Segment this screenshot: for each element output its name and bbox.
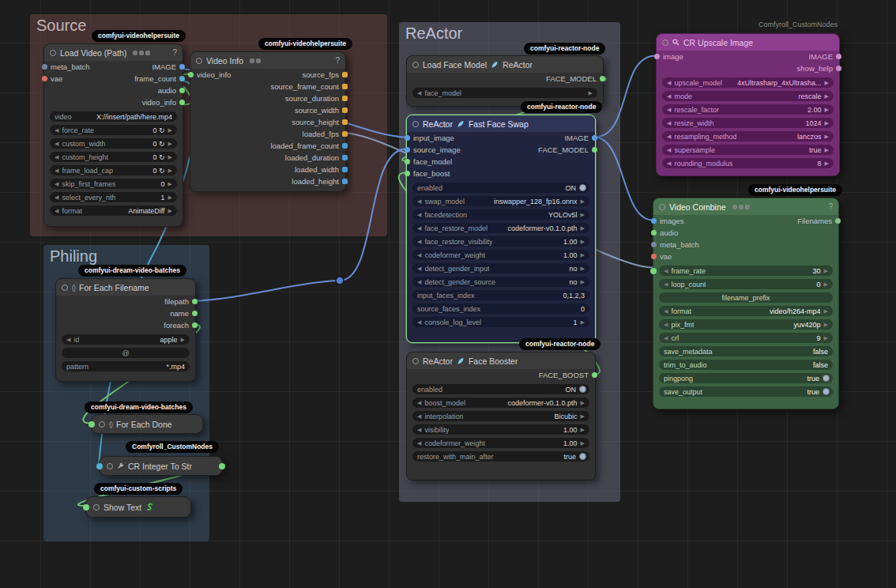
decrement-arrow[interactable]: ◀ xyxy=(667,93,671,100)
slot-source-image-dot[interactable] xyxy=(405,147,410,153)
increment-arrow[interactable]: ▶ xyxy=(581,239,585,245)
increment-arrow[interactable]: ▶ xyxy=(581,266,585,272)
node-header[interactable]: Load Video (Path) ? xyxy=(44,44,183,61)
decrement-arrow[interactable]: ◀ xyxy=(417,90,421,96)
slot-loaded-frame-count-dot[interactable] xyxy=(342,143,348,149)
increment-arrow[interactable]: ▶ xyxy=(825,134,829,140)
slot-loaded-height-dot[interactable] xyxy=(342,179,348,184)
widget-detect-gender-input[interactable]: ◀detect_gender_inputno▶ xyxy=(412,263,589,273)
widget-face-restore-visibility[interactable]: ◀face_restore_visibility1.00▶ xyxy=(412,236,589,247)
node-video-combine[interactable]: Video Combine ? images Filenames audio m… xyxy=(653,198,839,409)
increment-arrow[interactable]: ▶ xyxy=(825,93,829,100)
decrement-arrow[interactable]: ◀ xyxy=(664,268,668,274)
widget-custom-width[interactable]: ◀custom_width0 ↻▶ xyxy=(50,138,177,149)
slot-frame-rate-in-dot[interactable] xyxy=(650,268,657,274)
widget-input-faces-index[interactable]: input_faces_index0,1,2,3 xyxy=(412,290,589,300)
increment-arrow[interactable]: ▶ xyxy=(824,335,828,341)
widget-id[interactable]: ◀idapple▶ xyxy=(62,334,190,345)
increment-arrow[interactable]: ▶ xyxy=(581,212,585,218)
decrement-arrow[interactable]: ◀ xyxy=(66,337,70,343)
widget-enabled[interactable]: enabledON xyxy=(412,183,589,193)
widget-pingpong[interactable]: pingpongtrue xyxy=(659,373,833,383)
decrement-arrow[interactable]: ◀ xyxy=(55,194,58,201)
decrement-arrow[interactable]: ◀ xyxy=(55,141,58,147)
decrement-arrow[interactable]: ◀ xyxy=(417,239,421,245)
toggle-dot[interactable] xyxy=(579,453,586,460)
decrement-arrow[interactable]: ◀ xyxy=(417,279,421,285)
collapsed-input-dot[interactable] xyxy=(88,421,95,428)
decrement-arrow[interactable]: ◀ xyxy=(417,212,421,218)
help-icon[interactable]: ? xyxy=(172,48,177,57)
node-for-each-done[interactable]: () For Each Done xyxy=(91,414,203,434)
decrement-arrow[interactable]: ◀ xyxy=(55,208,58,214)
node-header[interactable]: ReActor Fast Face Swap xyxy=(407,115,595,132)
widget-crf[interactable]: ◀crf9▶ xyxy=(659,333,833,343)
node-header[interactable]: Video Info ? xyxy=(190,52,345,69)
decrement-arrow[interactable]: ◀ xyxy=(417,427,421,433)
decrement-arrow[interactable]: ◀ xyxy=(417,440,421,447)
widget-skip-first-frames[interactable]: ◀skip_first_frames0▶ xyxy=(50,179,177,189)
slot-image-dot[interactable] xyxy=(179,64,185,70)
node-load-video[interactable]: Load Video (Path) ? meta_batch IMAGE vae… xyxy=(43,43,183,227)
decrement-arrow[interactable]: ◀ xyxy=(417,413,421,420)
node-header[interactable]: ReActor Face Booster xyxy=(407,352,595,369)
node-show-text[interactable]: Show Text xyxy=(85,496,191,518)
slot-face-boost-in-dot[interactable] xyxy=(405,171,410,176)
increment-arrow[interactable]: ▶ xyxy=(824,322,828,328)
widget-console-log-level[interactable]: ◀console_log_level1▶ xyxy=(412,317,589,327)
increment-arrow[interactable]: ▶ xyxy=(581,440,585,447)
slot-loaded-fps-dot[interactable] xyxy=(342,131,348,137)
slot-vae-dot[interactable] xyxy=(651,254,657,259)
widget-pattern[interactable]: pattern*.mp4 xyxy=(62,361,190,371)
collapsed-input-dot[interactable] xyxy=(83,504,89,511)
decrement-arrow[interactable]: ◀ xyxy=(55,154,58,160)
decrement-arrow[interactable]: ◀ xyxy=(667,160,671,167)
increment-arrow[interactable]: ▶ xyxy=(825,147,829,153)
increment-arrow[interactable]: ▶ xyxy=(581,413,585,420)
increment-arrow[interactable]: ▶ xyxy=(824,281,828,288)
increment-arrow[interactable]: ▶ xyxy=(168,154,172,160)
slot-image-out-dot[interactable] xyxy=(836,54,841,59)
widget-at[interactable]: @ xyxy=(62,348,190,358)
collapsed-input-dot[interactable] xyxy=(96,463,103,469)
widget-upscale-model[interactable]: ◀upscale_model4xUltrasharp_4xUltrasha...… xyxy=(662,77,834,88)
slot-face-model-in-dot[interactable] xyxy=(405,159,410,164)
increment-arrow[interactable]: ▶ xyxy=(168,168,172,174)
decrement-arrow[interactable]: ◀ xyxy=(417,266,421,272)
widget-swap-model[interactable]: ◀swap_modelinswapper_128_fp16.onnx▶ xyxy=(412,196,589,206)
slot-face-model-out-dot[interactable] xyxy=(592,147,597,153)
widget-face-model[interactable]: ◀face_model▶ xyxy=(412,88,597,98)
collapse-toggle-icon[interactable] xyxy=(62,285,68,291)
collapse-toggle-icon[interactable] xyxy=(412,121,419,127)
increment-arrow[interactable]: ▶ xyxy=(168,141,172,147)
collapse-toggle-icon[interactable] xyxy=(107,463,113,469)
increment-arrow[interactable]: ▶ xyxy=(581,198,585,205)
widget-format[interactable]: ◀formatvideo/h264-mp4▶ xyxy=(659,306,833,316)
increment-arrow[interactable]: ▶ xyxy=(168,127,172,134)
decrement-arrow[interactable]: ◀ xyxy=(667,80,671,86)
slot-foreach-dot[interactable] xyxy=(192,322,198,328)
widget-codeformer-weight[interactable]: ◀codeformer_weight1.00▶ xyxy=(412,438,589,448)
increment-arrow[interactable]: ▶ xyxy=(824,308,828,315)
slot-input-image-dot[interactable] xyxy=(405,135,410,141)
widget-trim-to-audio[interactable]: trim_to_audiofalse xyxy=(659,360,833,370)
slot-images-dot[interactable] xyxy=(651,218,657,224)
decrement-arrow[interactable]: ◀ xyxy=(417,225,421,232)
increment-arrow[interactable]: ▶ xyxy=(825,120,829,126)
collapse-toggle-icon[interactable] xyxy=(659,204,665,210)
increment-arrow[interactable]: ▶ xyxy=(581,225,585,232)
increment-arrow[interactable]: ▶ xyxy=(825,107,829,113)
widget-frame-rate[interactable]: ◀frame_rate30▶ xyxy=(659,266,833,276)
increment-arrow[interactable]: ▶ xyxy=(581,400,585,406)
collapse-toggle-icon[interactable] xyxy=(662,40,668,46)
vhs-preview-icons[interactable] xyxy=(250,58,261,63)
slot-show-help-dot[interactable] xyxy=(836,66,841,71)
group-reactor-title[interactable]: ReActor xyxy=(399,22,620,45)
widget-pix-fmt[interactable]: ◀pix_fmtyuv420p▶ xyxy=(659,319,833,330)
slot-name-dot[interactable] xyxy=(192,311,198,316)
decrement-arrow[interactable]: ◀ xyxy=(55,127,58,134)
collapse-toggle-icon[interactable] xyxy=(196,58,202,64)
collapse-toggle-icon[interactable] xyxy=(99,421,105,428)
collapse-toggle-icon[interactable] xyxy=(93,504,100,511)
increment-arrow[interactable]: ▶ xyxy=(824,268,828,274)
